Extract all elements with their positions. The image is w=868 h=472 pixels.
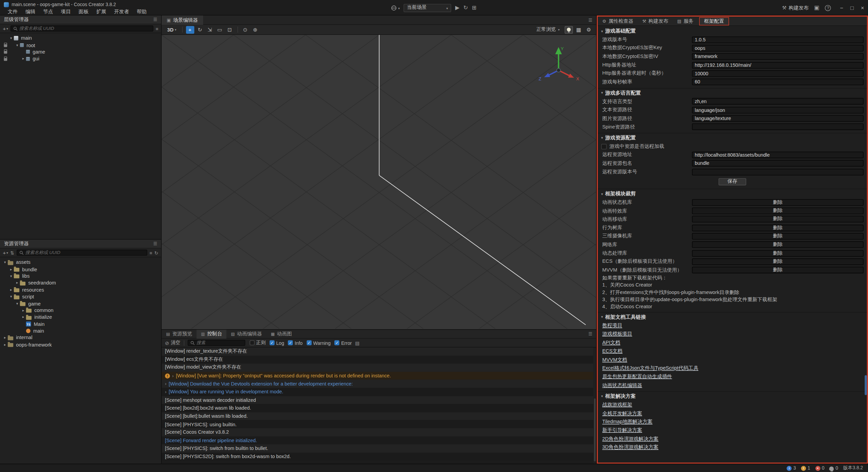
chevron-right-icon[interactable]: › [165,389,166,394]
console-tab-动画编辑器[interactable]: ▧动画编辑器 [226,330,267,338]
property-input[interactable]: http://192.168.0.150/main/ [692,62,864,68]
play-button[interactable]: ▶ [455,5,459,11]
delete-button[interactable]: 删除 [692,258,864,265]
refresh-assets-icon[interactable]: ↻ [154,250,158,255]
console-tab-控制台[interactable]: ▥控制台 [197,330,226,338]
tree-node-main[interactable]: ▾main [0,35,161,42]
view-mode-dropdown[interactable]: 正常浏览 ▾ [536,26,560,33]
minimize-button[interactable]: − [840,5,843,11]
log-row[interactable]: [Scene] meshopt wasm decoder initialized [162,396,593,404]
maximize-button[interactable]: □ [850,5,854,11]
tree-node-assets[interactable]: ▾assets [0,259,161,266]
delete-button[interactable]: 删除 [692,224,864,231]
view-gizmo[interactable]: X Y Z [535,44,582,90]
panel-menu-icon[interactable]: ☰ [153,241,157,247]
export-log-icon[interactable]: ▤ [355,340,359,346]
notification-button[interactable]: 0 [829,465,838,471]
panel-menu-icon[interactable]: ☰ [588,332,592,337]
tree-node-gui[interactable]: ▸gui [0,55,161,62]
create-asset-button[interactable]: +▾ [3,250,8,256]
console-tab-资源预览[interactable]: ▤资源预览 [162,330,197,338]
log-row[interactable]: [Scene] Forward render pipeline initiali… [162,436,593,445]
chevron-down-icon[interactable]: ▾ [8,36,14,40]
tree-node-bundle[interactable]: ▸bundle [0,266,161,273]
move-tool-button[interactable]: + [186,26,194,34]
create-node-button[interactable]: +▾ [3,25,8,32]
property-input[interactable] [692,169,864,175]
error-count-icon[interactable]: ×0 [815,465,824,471]
preview-target-button[interactable]: ▾ [392,5,400,11]
chevron-down-icon[interactable]: ▾ [8,294,14,299]
log-row[interactable]: [Scene] Cocos Creator v3.8.2 [162,428,593,436]
close-button[interactable]: × [861,5,864,11]
doc-link[interactable]: 新手引导解决方案 [602,427,642,434]
doc-link[interactable]: 游戏模板项目 [602,331,632,338]
log-row[interactable]: [Scene] [PHYSICS2D]: switch from box2d-w… [162,452,593,460]
section-header[interactable]: ▾框架解决方案 [598,392,867,400]
scene-viewport[interactable]: X Y Z [162,35,596,329]
section-header[interactable]: ▾游戏多语言配置 [598,89,867,97]
property-input[interactable]: 10000 [692,70,864,77]
chevron-right-icon[interactable]: ▸ [8,288,14,292]
section-header[interactable]: ▾框架模块裁剪 [598,190,867,198]
doc-link[interactable]: 3D角色扮演游戏解决方案 [602,444,658,451]
doc-link[interactable]: 战旗游戏框架 [602,401,632,408]
warning-count-icon[interactable]: !1 [801,465,810,471]
delete-button[interactable]: 删除 [692,216,864,223]
lock-icon[interactable] [2,50,8,54]
tree-node-game[interactable]: ▾game [0,300,161,307]
lock-icon[interactable] [2,43,8,47]
doc-link[interactable]: 教程项目 [602,322,622,329]
doc-link[interactable]: 原生包热更新配置自动生成插件 [602,373,672,380]
transform-tool-button[interactable]: ⊡ [225,26,234,34]
section-header[interactable]: ▾游戏资源配置 [598,134,867,142]
section-header[interactable]: ▾框架文档工具链接 [598,313,867,321]
console-tab-动画图[interactable]: ▦动画图 [267,330,296,338]
layout-button[interactable]: ⊞ [472,5,477,11]
space-toggle-button[interactable]: ⊕ [251,26,259,34]
log-row[interactable]: ›[Window] Download the Vue Devtools exte… [162,380,593,388]
view-settings-button[interactable]: ⚙ [585,26,593,34]
regex-checkbox[interactable]: 正则 [250,339,266,346]
property-input[interactable]: 1.0.5 [692,36,864,43]
tree-node-Main[interactable]: TSMain [0,321,161,328]
doc-link[interactable]: API文档 [602,339,620,346]
log-row[interactable]: [Scene] [PHYSICS]: switch from builtin t… [162,445,593,453]
doc-link[interactable]: 全栈开发解决方案 [602,410,642,417]
chevron-right-icon[interactable]: › [172,373,174,378]
panel-menu-icon[interactable]: ☰ [153,17,157,22]
chevron-right-icon[interactable]: ▸ [20,308,26,313]
checkbox-icon[interactable] [601,144,607,149]
chevron-down-icon[interactable]: ▾ [14,301,20,306]
scene-selector[interactable]: 当前场景 ▾ [404,4,451,12]
hierarchy-filter-icon[interactable]: ≡ [156,26,158,31]
tab-框架配置[interactable]: 框架配置 [699,17,729,25]
delete-button[interactable]: 删除 [692,199,864,206]
light-toggle-button[interactable] [565,26,573,34]
panel-menu-icon[interactable]: ☰ [588,17,592,22]
doc-link[interactable]: 2D角色扮演游戏解决方案 [602,435,658,442]
property-input[interactable]: oops [692,45,864,52]
chevron-right-icon[interactable]: ▸ [14,281,20,285]
dimension-toggle-button[interactable]: 3D ▾ [165,27,179,32]
filter-Info-checkbox[interactable]: ✓Info [288,340,302,346]
log-row[interactable]: !›[Window] [Vue warn]: Property "onInput… [162,372,593,380]
info-count-icon[interactable]: i3 [787,465,796,471]
tree-node-internal[interactable]: ▸internal [0,334,161,341]
save-button[interactable]: 保存 [718,178,746,185]
step-button[interactable]: ↻ [463,5,468,11]
doc-link[interactable]: Excel格式转Json文件与TypeScript代码工具 [602,365,698,372]
filter-Log-checkbox[interactable]: ✓Log [270,340,284,346]
rotate-tool-button[interactable]: ↻ [196,26,204,34]
tree-node-oops-framework[interactable]: ▸oops-framework [0,341,161,348]
log-row[interactable]: [Window] model_view文件夹不存在 [162,363,593,372]
log-row[interactable]: [Scene] [PHYSICS]: using builtin. [162,420,593,428]
sort-assets-icon[interactable]: ⇅ [10,250,14,255]
property-input[interactable]: http://localhost:8083/assets/bundle [692,152,864,158]
hierarchy-search-input[interactable]: 搜索名称或 UUID [10,25,153,32]
doc-link[interactable]: 动画状态机编辑器 [602,382,642,389]
delete-button[interactable]: 删除 [692,250,864,257]
delete-button[interactable]: 删除 [692,208,864,214]
property-input[interactable]: language/json [692,106,864,113]
log-row[interactable]: [Window] ecs文件夹不存在 [162,356,593,364]
